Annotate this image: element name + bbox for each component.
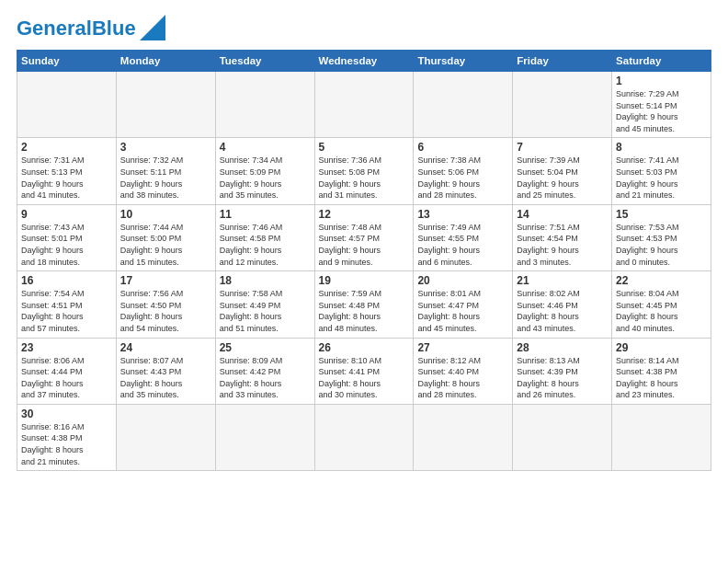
table-row: 24Sunrise: 8:07 AM Sunset: 4:43 PM Dayli… [116, 338, 215, 404]
calendar-header-row: Sunday Monday Tuesday Wednesday Thursday… [17, 51, 711, 72]
calendar-row-4: 16Sunrise: 7:54 AM Sunset: 4:51 PM Dayli… [17, 271, 711, 338]
day-info: Sunrise: 8:14 AM Sunset: 4:38 PM Dayligh… [616, 355, 707, 401]
day-number: 7 [517, 141, 608, 154]
table-row: 17Sunrise: 7:56 AM Sunset: 4:50 PM Dayli… [116, 271, 215, 338]
table-row: 10Sunrise: 7:44 AM Sunset: 5:00 PM Dayli… [116, 204, 215, 270]
logo-blue: Blue [92, 17, 136, 40]
table-row: 16Sunrise: 7:54 AM Sunset: 4:51 PM Dayli… [17, 271, 117, 338]
table-row [116, 72, 215, 138]
day-number: 17 [120, 274, 211, 287]
day-info: Sunrise: 7:59 AM Sunset: 4:48 PM Dayligh… [319, 288, 410, 334]
day-number: 11 [220, 208, 311, 221]
calendar-page: GeneralBlue Sunday Monday Tuesday Wednes… [0, 0, 728, 563]
day-number: 16 [21, 274, 112, 287]
day-number: 30 [21, 408, 112, 420]
table-row: 26Sunrise: 8:10 AM Sunset: 4:41 PM Dayli… [314, 338, 414, 404]
table-row: 13Sunrise: 7:49 AM Sunset: 4:55 PM Dayli… [414, 204, 513, 270]
day-number: 14 [517, 208, 608, 221]
day-info: Sunrise: 7:36 AM Sunset: 5:08 PM Dayligh… [319, 155, 410, 201]
table-row [215, 404, 314, 470]
logo-general: General [17, 17, 92, 40]
col-tuesday: Tuesday [215, 51, 314, 72]
table-row: 21Sunrise: 8:02 AM Sunset: 4:46 PM Dayli… [513, 271, 612, 338]
day-number: 24 [120, 341, 211, 354]
day-number: 28 [517, 341, 608, 354]
table-row [612, 404, 711, 470]
day-info: Sunrise: 7:54 AM Sunset: 4:51 PM Dayligh… [21, 288, 112, 334]
table-row: 28Sunrise: 8:13 AM Sunset: 4:39 PM Dayli… [513, 338, 612, 404]
day-info: Sunrise: 7:29 AM Sunset: 5:14 PM Dayligh… [616, 88, 707, 134]
logo-text: GeneralBlue [17, 18, 136, 39]
table-row: 8Sunrise: 7:41 AM Sunset: 5:03 PM Daylig… [612, 138, 711, 204]
table-row [116, 404, 215, 470]
day-info: Sunrise: 8:13 AM Sunset: 4:39 PM Dayligh… [517, 355, 608, 401]
col-thursday: Thursday [414, 51, 513, 72]
day-info: Sunrise: 7:51 AM Sunset: 4:54 PM Dayligh… [517, 222, 608, 268]
table-row: 14Sunrise: 7:51 AM Sunset: 4:54 PM Dayli… [513, 204, 612, 270]
table-row: 15Sunrise: 7:53 AM Sunset: 4:53 PM Dayli… [612, 204, 711, 270]
day-number: 13 [417, 208, 508, 221]
day-number: 29 [616, 341, 707, 354]
calendar-row-3: 9Sunrise: 7:43 AM Sunset: 5:01 PM Daylig… [17, 204, 711, 270]
day-info: Sunrise: 8:01 AM Sunset: 4:47 PM Dayligh… [417, 288, 508, 334]
day-info: Sunrise: 8:10 AM Sunset: 4:41 PM Dayligh… [319, 355, 410, 401]
col-monday: Monday [116, 51, 215, 72]
col-sunday: Sunday [17, 51, 117, 72]
day-number: 22 [616, 274, 707, 287]
col-wednesday: Wednesday [314, 51, 414, 72]
day-info: Sunrise: 7:58 AM Sunset: 4:49 PM Dayligh… [220, 288, 311, 334]
day-info: Sunrise: 7:49 AM Sunset: 4:55 PM Dayligh… [417, 222, 508, 268]
table-row: 1Sunrise: 7:29 AM Sunset: 5:14 PM Daylig… [612, 72, 711, 138]
table-row: 9Sunrise: 7:43 AM Sunset: 5:01 PM Daylig… [17, 204, 117, 270]
day-info: Sunrise: 7:38 AM Sunset: 5:06 PM Dayligh… [417, 155, 508, 201]
day-number: 12 [319, 208, 410, 221]
table-row: 6Sunrise: 7:38 AM Sunset: 5:06 PM Daylig… [414, 138, 513, 204]
day-info: Sunrise: 7:32 AM Sunset: 5:11 PM Dayligh… [120, 155, 211, 201]
col-saturday: Saturday [612, 51, 711, 72]
day-info: Sunrise: 7:44 AM Sunset: 5:00 PM Dayligh… [120, 222, 211, 268]
table-row: 2Sunrise: 7:31 AM Sunset: 5:13 PM Daylig… [17, 138, 117, 204]
svg-marker-0 [140, 15, 165, 40]
table-row [215, 72, 314, 138]
table-row: 25Sunrise: 8:09 AM Sunset: 4:42 PM Dayli… [215, 338, 314, 404]
logo-triangle-icon [140, 15, 165, 40]
logo-icon: GeneralBlue [17, 17, 165, 40]
day-number: 6 [417, 141, 508, 154]
table-row: 22Sunrise: 8:04 AM Sunset: 4:45 PM Dayli… [612, 271, 711, 338]
calendar-row-2: 2Sunrise: 7:31 AM Sunset: 5:13 PM Daylig… [17, 138, 711, 204]
day-number: 8 [616, 141, 707, 154]
day-number: 23 [21, 341, 112, 354]
table-row: 29Sunrise: 8:14 AM Sunset: 4:38 PM Dayli… [612, 338, 711, 404]
day-info: Sunrise: 8:09 AM Sunset: 4:42 PM Dayligh… [220, 355, 311, 401]
table-row [414, 72, 513, 138]
calendar-table: Sunday Monday Tuesday Wednesday Thursday… [17, 50, 711, 471]
day-number: 18 [220, 274, 311, 287]
table-row: 27Sunrise: 8:12 AM Sunset: 4:40 PM Dayli… [414, 338, 513, 404]
table-row [314, 72, 414, 138]
day-number: 27 [417, 341, 508, 354]
calendar-row-6: 30Sunrise: 8:16 AM Sunset: 4:38 PM Dayli… [17, 404, 711, 470]
day-number: 9 [21, 208, 112, 221]
day-number: 1 [616, 75, 707, 87]
table-row [513, 404, 612, 470]
day-number: 5 [319, 141, 410, 154]
table-row [513, 72, 612, 138]
day-info: Sunrise: 7:56 AM Sunset: 4:50 PM Dayligh… [120, 288, 211, 334]
day-info: Sunrise: 8:06 AM Sunset: 4:44 PM Dayligh… [21, 355, 112, 401]
day-info: Sunrise: 8:16 AM Sunset: 4:38 PM Dayligh… [21, 421, 112, 467]
day-number: 25 [220, 341, 311, 354]
table-row: 5Sunrise: 7:36 AM Sunset: 5:08 PM Daylig… [314, 138, 414, 204]
table-row: 11Sunrise: 7:46 AM Sunset: 4:58 PM Dayli… [215, 204, 314, 270]
table-row: 7Sunrise: 7:39 AM Sunset: 5:04 PM Daylig… [513, 138, 612, 204]
day-info: Sunrise: 7:31 AM Sunset: 5:13 PM Dayligh… [21, 155, 112, 201]
day-number: 26 [319, 341, 410, 354]
day-info: Sunrise: 7:53 AM Sunset: 4:53 PM Dayligh… [616, 222, 707, 268]
table-row: 30Sunrise: 8:16 AM Sunset: 4:38 PM Dayli… [17, 404, 117, 470]
day-info: Sunrise: 7:48 AM Sunset: 4:57 PM Dayligh… [319, 222, 410, 268]
day-info: Sunrise: 7:34 AM Sunset: 5:09 PM Dayligh… [220, 155, 311, 201]
day-number: 15 [616, 208, 707, 221]
calendar-row-5: 23Sunrise: 8:06 AM Sunset: 4:44 PM Dayli… [17, 338, 711, 404]
day-info: Sunrise: 7:46 AM Sunset: 4:58 PM Dayligh… [220, 222, 311, 268]
col-friday: Friday [513, 51, 612, 72]
table-row: 12Sunrise: 7:48 AM Sunset: 4:57 PM Dayli… [314, 204, 414, 270]
